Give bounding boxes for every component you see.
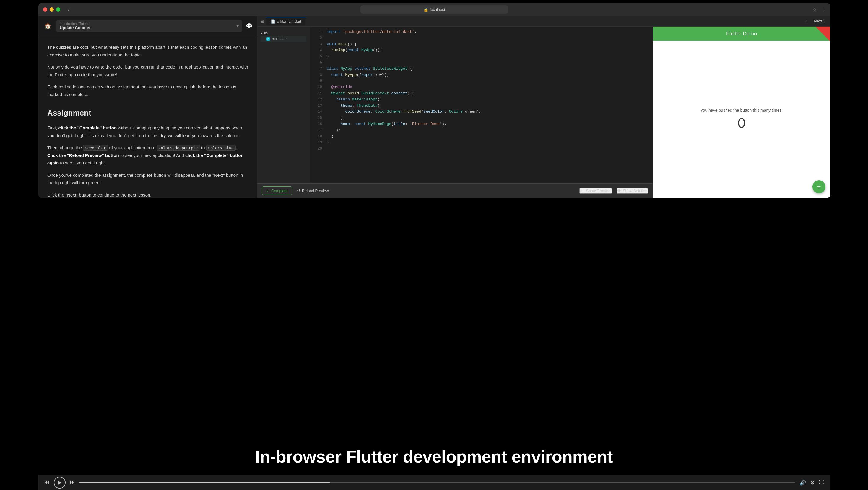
preview-right-btns: >_ Show Terminal 👁 Show Solution	[579, 188, 648, 193]
fast-forward-button[interactable]: ⏭	[70, 479, 75, 486]
code-line-15: 15 ),	[310, 115, 653, 121]
main-content: 🏠 Introduction / Tutorial Update Counter…	[38, 16, 830, 198]
fab-plus-icon: +	[817, 183, 821, 191]
show-terminal-button[interactable]: >_ Show Terminal	[579, 188, 612, 193]
play-icon: ▶	[58, 480, 62, 485]
right-panel: ⊞ 📄 # lib/main.dart ‹ Next ›	[257, 16, 830, 198]
ap1-pre: First,	[47, 125, 59, 130]
code-line-13: 13 theme: ThemeData(	[310, 103, 653, 109]
terminal-label: Show Terminal	[586, 189, 611, 193]
file-explorer-toggle[interactable]: ⊞	[260, 19, 264, 24]
next-label: Next	[814, 19, 822, 23]
editor-and-preview: ▾ lib D main.dart	[257, 27, 830, 198]
code-line-9: 9	[310, 78, 653, 84]
code-line-8: 8 const MyApp({super.key});	[310, 72, 653, 78]
ap2-mid3: to see your new application! And	[119, 153, 185, 158]
next-arrow-icon: ›	[823, 19, 824, 23]
bookmark-icon[interactable]: ☆	[812, 7, 816, 12]
editor-file-area: ▾ lib D main.dart	[257, 27, 653, 183]
preview-bottom-bar: ✓ Complete ↺ Reload Preview >_ Show Term…	[257, 183, 653, 198]
prev-button[interactable]: ‹	[803, 18, 809, 24]
breadcrumb-text: Introduction / Tutorial Update Counter	[60, 22, 91, 30]
title-bar: ‹ 🔒 localhost ☆ ⋮	[38, 3, 830, 16]
breadcrumb-title: Update Counter	[60, 25, 91, 30]
file-tab[interactable]: 📄 # lib/main.dart	[267, 17, 306, 25]
flutter-preview: Flutter Demo You have pushed the button …	[653, 27, 830, 198]
code-line-6: 6	[310, 60, 653, 66]
code-line-3: 3 void main() {	[310, 41, 653, 48]
code-line-5: 5 }	[310, 54, 653, 60]
url-bar[interactable]: 🔒 localhost	[361, 5, 508, 13]
ap2-mid2: to	[200, 145, 206, 150]
reload-preview-button[interactable]: ↺ Reload Preview	[297, 189, 329, 193]
settings-button[interactable]: ⚙	[810, 479, 815, 486]
reload-icon: ↺	[297, 189, 300, 193]
file-tab-label: # lib/main.dart	[277, 19, 301, 24]
dart-icon: D	[267, 37, 270, 41]
url-text: localhost	[430, 7, 445, 12]
traffic-light-yellow[interactable]	[50, 7, 54, 11]
more-icon[interactable]: ⋮	[821, 7, 826, 12]
code-line-14: 14 colorScheme: ColorScheme.fromSeed(see…	[310, 109, 653, 115]
ap2-mid1: of your application from	[108, 145, 156, 150]
eye-icon: 👁	[617, 189, 621, 193]
chat-icon[interactable]: 💬	[246, 23, 252, 29]
corner-badge	[815, 27, 830, 41]
home-icon[interactable]: 🏠	[43, 21, 53, 31]
code-line-4: 4 runApp(const MyApp());	[310, 47, 653, 54]
show-solution-button[interactable]: 👁 Show Solution	[617, 188, 648, 193]
file-icon: 📄	[271, 19, 275, 24]
flutter-app-title: Flutter Demo	[726, 31, 757, 37]
code-deeppurple: Colors.deepPurple	[157, 145, 200, 151]
video-controls: ⏮ ▶ ⏭ 🔊 ⚙ ⛶	[38, 474, 830, 490]
traffic-light-green[interactable]	[56, 7, 60, 11]
browser-window: ‹ 🔒 localhost ☆ ⋮ 🏠 Introduction / Tutor…	[38, 3, 830, 198]
rewind-button[interactable]: ⏮	[44, 479, 50, 486]
assignment-paragraph-1: First, click the "Complete" button witho…	[47, 124, 248, 139]
file-name: main.dart	[272, 37, 286, 41]
lock-icon: 🔒	[423, 7, 428, 12]
bottom-caption: In-browser Flutter development environme…	[0, 441, 868, 472]
ap2-end: to see if you got it right.	[59, 160, 106, 165]
file-explorer-dir: ▾ lib	[260, 30, 306, 36]
progress-bar-fill	[79, 482, 330, 483]
progress-bar-container[interactable]	[79, 482, 795, 483]
next-nav-button[interactable]: Next ›	[812, 18, 827, 24]
code-editor[interactable]: 1 import 'package:flutter/material.dart'…	[310, 27, 653, 183]
paragraph-2: Not only do you have to write the code, …	[47, 63, 248, 78]
code-line-20: 20	[310, 146, 653, 152]
flutter-body-text: You have pushed the button this many tim…	[701, 108, 783, 113]
editor-nav-btns: ‹ Next ›	[803, 18, 827, 24]
dropdown-icon[interactable]: ▾	[237, 24, 239, 28]
ap2-bold1: Click the "Reload Preview" button	[47, 153, 119, 158]
code-blue: Colors.blue	[206, 145, 236, 151]
traffic-light-red[interactable]	[43, 7, 47, 11]
volume-button[interactable]: 🔊	[800, 479, 806, 486]
ap2-pre: Then, change the	[47, 145, 83, 150]
code-line-11: 11 Widget build(BuildContext context) {	[310, 90, 653, 97]
dir-arrow-icon: ▾	[260, 31, 262, 35]
complete-label: Complete	[271, 189, 288, 193]
complete-button[interactable]: ✓ Complete	[262, 186, 292, 195]
checkmark-icon: ✓	[266, 189, 270, 193]
solution-label: Show Solution	[623, 189, 647, 193]
ap1-bold: click the "Complete" button	[59, 125, 117, 130]
code-line-12: 12 return MaterialApp(	[310, 97, 653, 103]
editor-header: ⊞ 📄 # lib/main.dart ‹ Next ›	[257, 16, 830, 27]
file-explorer-section: ▾ lib D main.dart	[257, 29, 310, 43]
play-button[interactable]: ▶	[54, 477, 66, 489]
preview-half: Flutter Demo You have pushed the button …	[653, 27, 830, 198]
dir-name: lib	[264, 31, 268, 35]
fullscreen-button[interactable]: ⛶	[819, 479, 824, 486]
reload-label: Reload Preview	[302, 189, 329, 193]
back-button[interactable]: ‹	[67, 6, 69, 13]
flutter-fab[interactable]: +	[812, 180, 826, 193]
code-line-7: 7 class MyApp extends StatelessWidget {	[310, 66, 653, 72]
code-line-2: 2	[310, 35, 653, 41]
assignment-heading: Assignment	[47, 106, 248, 119]
breadcrumb-sub: Introduction / Tutorial	[60, 22, 91, 25]
file-explorer-file[interactable]: D main.dart	[260, 36, 306, 42]
lesson-content: The quizzes are cool, but what really se…	[38, 36, 257, 198]
code-line-17: 17 );	[310, 127, 653, 133]
left-panel: 🏠 Introduction / Tutorial Update Counter…	[38, 16, 257, 198]
